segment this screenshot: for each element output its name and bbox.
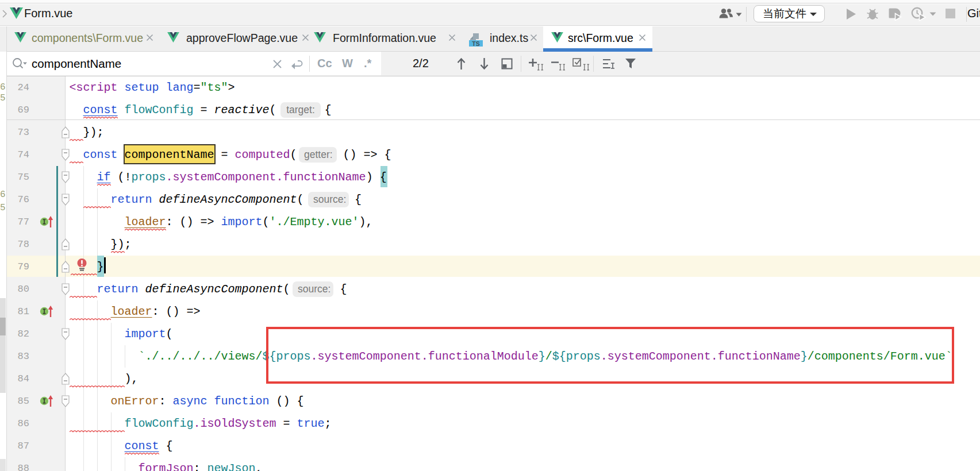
svg-text:TS: TS [472,40,479,47]
